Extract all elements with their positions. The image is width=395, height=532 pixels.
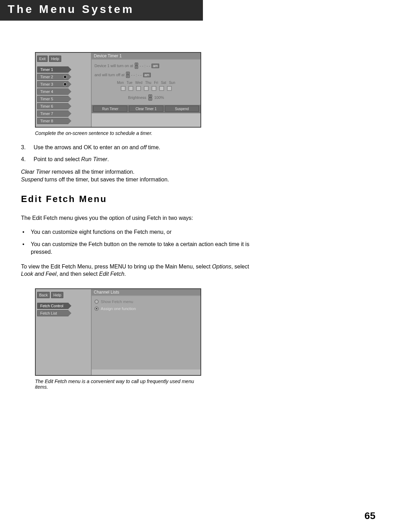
panel-title: Device Timer 1 [92,53,200,60]
timer-tab-label: Timer 6 [40,104,53,108]
clear-timer-button[interactable]: Clear Timer 1 [129,106,163,112]
screenshot-edit-fetch: Back Help Fetch Control Fetch List Chann… [35,288,259,376]
step-3: 3. Use the arrows and OK to enter an on … [21,144,259,151]
day-label: Tue [127,81,133,85]
term: Suspend [21,177,43,182]
term: Clear Timer [21,169,50,175]
stepper-icon[interactable]: +− [148,94,152,101]
term: Options [212,264,231,269]
day-label: Fri [154,81,158,85]
term: off [140,144,147,150]
clock-icon [63,75,67,79]
time-placeholder[interactable]: - - : - - [131,73,142,77]
screenshot2-caption: The Edit Fetch menu is a convenient way … [35,379,199,390]
timer-tab-label: Timer 2 [40,75,53,79]
brightness-value: 100% [154,95,164,100]
day-checkbox[interactable] [136,86,141,91]
chapter-header: The Menu System [0,0,203,21]
text: To view the Edit Fetch Menu, press MENU … [21,264,212,269]
tab-label: Fetch List [40,311,57,315]
section-heading: Edit Fetch Menu [21,194,259,204]
day-labels: Mon Tue Wed Thu Fri Sat Sun [94,81,198,85]
bullet-item: You can customize the Fetch button on th… [21,240,259,256]
text: , select [231,264,249,269]
tab-fetch-list[interactable]: Fetch List [37,310,69,316]
timer-tab-label: Timer 3 [40,82,53,86]
clock-icon [63,82,67,86]
timer-tab-2[interactable]: Timer 2 [37,74,69,80]
option-label: Show Fetch menu [101,300,133,304]
tab-fetch-control[interactable]: Fetch Control [37,303,69,309]
text: removes all the timer information. [50,169,134,175]
text: Use the arrows and OK to enter an [34,144,122,150]
step-text: Point to and select Run Timer. [34,156,109,163]
timer-tab-8[interactable]: Timer 8 [37,118,69,124]
stepper-icon[interactable]: +− [126,72,130,78]
tab-label: Fetch Control [40,304,63,308]
time-placeholder[interactable]: - - : - - [140,64,150,68]
help-button[interactable]: Help [51,292,63,298]
turn-on-sentence: Device 1 will turn on at +− - - : - - am [94,63,198,69]
howto-paragraph: To view the Edit Fetch Menu, press MENU … [21,263,259,278]
day-checkbox[interactable] [151,86,156,91]
day-checkbox[interactable] [144,86,149,91]
timer-tab-1[interactable]: Timer 1 [37,66,69,73]
back-button[interactable]: Back [37,292,50,298]
text: . [107,156,109,162]
screenshot1-caption: Complete the on-screen sentence to sched… [35,130,199,136]
run-timer-button[interactable]: Run Timer [93,106,127,112]
day-checkbox[interactable] [167,86,172,91]
day-checkboxes [94,86,198,91]
page-number: 65 [365,510,375,522]
brightness-label: Brightness [128,95,146,100]
turn-off-sentence: and will turn off at +− - - : - - am [94,72,198,78]
day-checkbox[interactable] [121,86,126,91]
timer-tab-label: Timer 5 [40,97,53,101]
day-label: Wed [135,81,142,85]
text: turns off the timer, but saves the timer… [43,177,169,182]
day-label: Sat [161,81,166,85]
suspend-button[interactable]: Suspend [165,106,199,112]
timer-tab-7[interactable]: Timer 7 [37,110,69,117]
day-label: Mon [117,81,124,85]
off-text: and will turn off at [94,73,125,77]
fetch-tab-list: Fetch Control Fetch List [36,300,91,317]
screenshot-device-timer: Exit Help Timer 1 Timer 2 Timer 3 Timer … [35,52,259,128]
page-content: Exit Help Timer 1 Timer 2 Timer 3 Timer … [0,21,280,390]
day-label: Thu [145,81,151,85]
exit-button[interactable]: Exit [37,56,48,62]
text: Point to and select [34,156,81,162]
step-number: 4. [21,156,34,163]
term: Look and Feel [21,271,56,277]
bullet-list: You can customize eight functions on the… [21,228,259,256]
term: on [122,144,128,150]
section-intro: The Edit Fetch menu gives you the option… [21,214,259,222]
timer-tab-label: Timer 1 [40,67,53,72]
timer-tab-label: Timer 8 [40,119,53,123]
step-4: 4. Point to and select Run Timer. [21,156,259,163]
ampm-toggle[interactable]: am [143,73,151,77]
panel-title: Channel Lists [92,289,200,296]
day-checkbox[interactable] [128,86,133,91]
help-button[interactable]: Help [49,56,61,62]
timer-tab-6[interactable]: Timer 6 [37,103,69,109]
term: Edit Fetch [99,271,124,277]
chapter-title: The Menu System [8,3,195,16]
text: time. [147,144,160,150]
option-assign-one-function[interactable]: Assign one function [94,306,198,311]
brightness-row: Brightness +− 100% [94,94,198,101]
stepper-icon[interactable]: +− [135,63,139,69]
timer-tab-5[interactable]: Timer 5 [37,96,69,102]
text: . [124,271,126,277]
option-show-fetch-menu[interactable]: Show Fetch menu [94,299,198,304]
action-row: Run Timer Clear Timer 1 Suspend [92,105,200,113]
day-checkbox[interactable] [159,86,164,91]
radio-icon [94,300,99,304]
ampm-toggle[interactable]: am [151,64,159,68]
timer-tab-4[interactable]: Timer 4 [37,88,69,95]
step-text: Use the arrows and OK to enter an on and… [34,144,160,151]
timer-tab-3[interactable]: Timer 3 [37,81,69,87]
radio-icon [94,307,99,311]
step-number: 3. [21,144,34,151]
text: and [128,144,140,150]
